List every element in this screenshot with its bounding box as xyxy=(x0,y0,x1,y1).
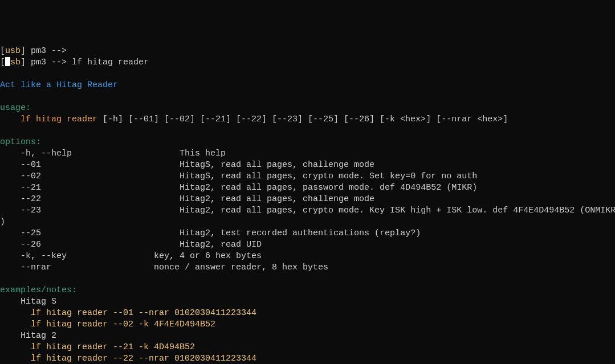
option-flag: --01 xyxy=(0,160,180,170)
command-description: Act like a Hitag Reader xyxy=(0,80,118,90)
example-line: lf hitag reader --01 --nrar 010203041122… xyxy=(0,308,256,318)
entered-command: lf hitag reader xyxy=(72,58,149,67)
option-desc: Hitag2, read all pages, password mode. d… xyxy=(180,183,477,193)
option-desc: This help xyxy=(180,149,226,158)
option-flag: -h, --help xyxy=(0,149,180,158)
bracket-open: [ xyxy=(0,58,5,67)
option-desc: Hitag2, read all pages, crypto mode. Key… xyxy=(180,206,615,215)
option-row: --21 Hitag2, read all pages, password mo… xyxy=(0,183,477,193)
option-row: -h, --help This help xyxy=(0,149,226,158)
prompt-suffix: pm3 --> xyxy=(26,58,72,67)
option-desc: Hitag2, read all pages, challenge mode xyxy=(180,194,374,204)
option-flag: --nrar xyxy=(0,263,154,272)
example-line: lf hitag reader --21 -k 4D494B52 xyxy=(0,342,195,352)
option-desc: Hitag2, test recorded authentications (r… xyxy=(180,228,421,238)
usage-label: usage: xyxy=(0,103,31,113)
bracket-close: ] xyxy=(21,46,26,56)
option-row: ) xyxy=(0,217,5,227)
option-flag: -k, --key xyxy=(0,251,154,261)
option-row: --23 Hitag2, read all pages, crypto mode… xyxy=(0,206,615,215)
example-line: lf hitag reader --22 --nrar 010203041122… xyxy=(0,354,256,363)
option-flag: --22 xyxy=(0,194,180,204)
option-row: --26 Hitag2, read UID xyxy=(0,240,262,250)
option-desc: nonce / answer reader, 8 hex bytes xyxy=(154,263,328,272)
option-flag: --21 xyxy=(0,183,180,193)
terminal-output[interactable]: [usb] pm3 --> [usb] pm3 --> lf hitag rea… xyxy=(0,46,615,364)
conn-type: usb xyxy=(5,46,21,56)
option-row: --25 Hitag2, test recorded authenticatio… xyxy=(0,228,421,238)
usage-args: [-h] [--01] [--02] [--21] [--22] [--23] … xyxy=(97,114,508,124)
example-line: lf hitag reader --02 -k 4F4E4D494B52 xyxy=(0,320,215,329)
option-desc: key, 4 or 6 hex bytes xyxy=(154,251,262,261)
options-list: -h, --help This help --01 HitagS, read a… xyxy=(0,149,615,272)
prompt-line-1: [usb] pm3 --> xyxy=(0,46,72,56)
text-cursor xyxy=(5,57,10,66)
option-desc: HitagS, read all pages, challenge mode xyxy=(180,160,374,170)
example-line: Hitag 2 xyxy=(0,331,56,341)
prompt-line-2: [usb] pm3 --> lf hitag reader xyxy=(0,58,149,67)
option-flag: --25 xyxy=(0,228,180,238)
usage-cmd: lf hitag reader xyxy=(0,114,97,124)
examples-list: Hitag S lf hitag reader --01 --nrar 0102… xyxy=(0,297,256,364)
options-label: options: xyxy=(0,137,41,147)
bracket-open: [ xyxy=(0,46,5,56)
cursor-overlay: usb xyxy=(5,58,21,67)
option-desc: Hitag2, read UID xyxy=(180,240,262,250)
bracket-close: ] xyxy=(21,58,26,67)
option-row: --01 HitagS, read all pages, challenge m… xyxy=(0,160,374,170)
option-flag: --23 xyxy=(0,206,180,215)
option-flag: ) xyxy=(0,217,5,227)
option-row: --02 HitagS, read all pages, crypto mode… xyxy=(0,171,477,181)
examples-label: examples/notes: xyxy=(0,285,77,295)
example-line: Hitag S xyxy=(0,297,56,306)
option-flag: --26 xyxy=(0,240,180,250)
option-row: -k, --key key, 4 or 6 hex bytes xyxy=(0,251,262,261)
usage-line: lf hitag reader [-h] [--01] [--02] [--21… xyxy=(0,114,508,124)
option-row: --22 Hitag2, read all pages, challenge m… xyxy=(0,194,374,204)
option-row: --nrar nonce / answer reader, 8 hex byte… xyxy=(0,263,328,272)
option-desc: HitagS, read all pages, crypto mode. Set… xyxy=(180,171,477,181)
prompt-suffix: pm3 --> xyxy=(26,46,72,56)
option-flag: --02 xyxy=(0,171,180,181)
